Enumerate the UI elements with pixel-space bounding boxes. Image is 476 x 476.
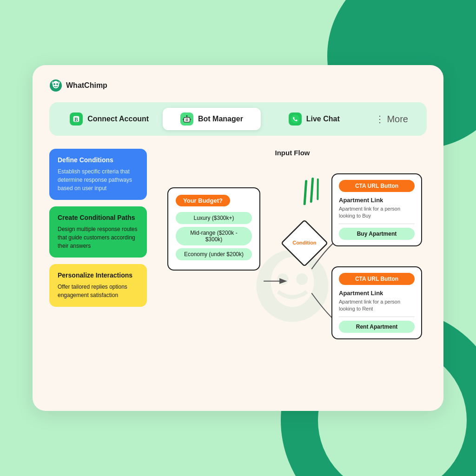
svg-point-21 [296, 273, 308, 285]
svg-rect-8 [187, 119, 188, 119]
live-chat-label: Live Chat [306, 115, 340, 123]
svg-point-20 [277, 273, 289, 285]
svg-point-11 [186, 115, 188, 117]
flow-area: Input Flow [158, 149, 427, 406]
personalize-title: Personalize Interactions [58, 271, 139, 279]
bootstrap-icon: B [70, 112, 83, 126]
define-conditions-text: Establish specific criteria that determi… [58, 167, 139, 192]
buy-action-btn: Buy Apartment [339, 228, 415, 240]
flow-label: Input Flow [158, 149, 427, 157]
budget-option-luxury: Luxury ($300k+) [176, 212, 252, 224]
define-conditions-card: Define Conditions Establish specific cri… [49, 149, 147, 200]
rent-output-box: CTA URL Button Apartment Link Apartment … [331, 266, 422, 339]
create-paths-card: Create Conditional Paths Design multiple… [49, 206, 147, 258]
buy-output-box: CTA URL Button Apartment Link Apartment … [331, 173, 422, 246]
rent-cta-button: CTA URL Button [339, 273, 415, 285]
svg-text:Condition: Condition [292, 240, 317, 245]
logo-text: WhatChimp [66, 81, 107, 90]
left-panel: Define Conditions Establish specific cri… [49, 149, 147, 406]
rent-link-desc: Apartment link for a person looking to R… [339, 298, 415, 313]
buy-divider [339, 224, 415, 224]
buy-link-desc: Apartment link for a person looking to B… [339, 205, 415, 220]
whatchimp-logo-icon [49, 79, 62, 92]
nav-live-chat[interactable]: Live Chat [265, 108, 363, 130]
svg-point-2 [53, 83, 55, 85]
budget-option-midrange: Mid-range ($200k - $300k) [176, 227, 252, 245]
rent-action-btn: Rent Apartment [339, 321, 415, 333]
main-card: WhatChimp B Connect Account [33, 65, 443, 411]
more-menu[interactable]: ⋮ More [368, 110, 416, 128]
buy-link-label: Apartment Link [339, 197, 415, 204]
condition-diamond: Condition [281, 220, 328, 266]
create-paths-title: Create Conditional Paths [58, 214, 139, 221]
logo-area: WhatChimp [49, 79, 427, 92]
budget-option-economy: Economy (under $200k) [176, 248, 252, 260]
buy-cta-button: CTA URL Button [339, 180, 415, 192]
personalize-text: Offer tailored replies options engagemen… [58, 283, 139, 299]
whatsapp-icon [289, 112, 302, 126]
define-conditions-title: Define Conditions [58, 156, 139, 164]
svg-text:B: B [74, 117, 78, 123]
svg-rect-6 [184, 118, 190, 122]
nav-connect-account[interactable]: B Connect Account [60, 108, 158, 130]
connect-account-label: Connect Account [87, 115, 149, 123]
slash-decoration [292, 174, 329, 212]
flow-diagram: Your Budget? Luxury ($300k+) Mid-range (… [158, 164, 427, 408]
robot-icon [180, 112, 193, 126]
nav-bot-manager[interactable]: Bot Manager [163, 108, 260, 130]
svg-point-14 [291, 115, 299, 123]
create-paths-text: Design multiple response routes that gui… [58, 225, 139, 250]
rent-link-label: Apartment Link [339, 290, 415, 297]
svg-rect-7 [185, 119, 186, 119]
svg-point-3 [56, 83, 58, 85]
nav-bar: B Connect Account Bot Manager [49, 102, 427, 136]
svg-rect-9 [185, 120, 188, 121]
content-area: Define Conditions Establish specific cri… [49, 149, 427, 406]
bot-manager-label: Bot Manager [198, 115, 243, 123]
budget-label: Your Budget? [176, 195, 230, 206]
rent-divider [339, 317, 415, 317]
personalize-card: Personalize Interactions Offer tailored … [49, 264, 147, 307]
input-flow-box: Your Budget? Luxury ($300k+) Mid-range (… [167, 187, 260, 271]
